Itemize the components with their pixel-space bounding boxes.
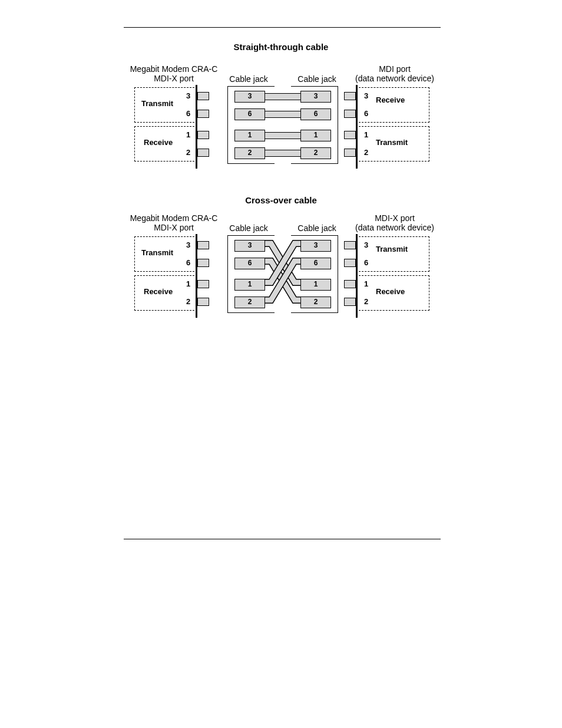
- d1-jl-3: 3: [234, 91, 265, 103]
- d2-crossover-wires: [265, 235, 300, 313]
- d1-right-stub-3: [344, 92, 356, 100]
- d1-left-pin-2: 2: [186, 148, 190, 157]
- d1-left-pin-1: 1: [186, 130, 190, 139]
- d1-jack-right-label: Cable jack: [293, 74, 340, 84]
- d1-jl-6: 6: [234, 108, 265, 120]
- d1-right-stub-1: [344, 131, 356, 139]
- d1-jr-1: 1: [300, 130, 331, 141]
- d2-jr-2: 2: [300, 297, 331, 308]
- d1-left-pin-3: 3: [186, 91, 190, 100]
- d2-left-pin-1: 1: [186, 279, 190, 288]
- d1-jl-1: 1: [234, 130, 265, 141]
- d1-right-port-label-1: MDI port: [379, 64, 411, 74]
- d1-jack-left-label: Cable jack: [225, 74, 272, 84]
- d1-jl-2: 2: [234, 147, 265, 159]
- diagram2-title: Cross-over cable: [0, 195, 562, 205]
- d1-left-pin-6: 6: [186, 109, 190, 118]
- d2-left-stub-6: [197, 259, 209, 267]
- diagram1-title: Straight-through cable: [0, 42, 562, 52]
- d2-right-tx-box: [359, 236, 429, 272]
- d2-jl-1: 1: [234, 279, 265, 291]
- footer-rule: [124, 539, 441, 539]
- d1-left-port-label-2: MDI-X port: [154, 74, 194, 83]
- d1-right-tx: Transmit: [376, 138, 408, 147]
- d2-left-stub-1: [197, 280, 209, 288]
- d1-jr-2: 2: [300, 147, 331, 159]
- d2-right-vert: [356, 234, 358, 318]
- d1-left-stub-6: [197, 110, 209, 118]
- d1-left-stub-2: [197, 149, 209, 157]
- d1-right-stub-6: [344, 110, 356, 118]
- d2-left-pin-6: 6: [186, 258, 190, 267]
- d2-left-pin-2: 2: [186, 297, 190, 306]
- d2-right-pin-2: 2: [364, 297, 368, 306]
- d2-left-tx: Transmit: [141, 248, 173, 257]
- d2-right-stub-6: [344, 259, 356, 267]
- d2-right-stub-3: [344, 241, 356, 249]
- d2-jl-6: 6: [234, 258, 265, 269]
- d1-right-rx: Receive: [376, 95, 405, 104]
- d2-right-tx: Transmit: [376, 245, 408, 253]
- d2-jr-3: 3: [300, 240, 331, 252]
- d2-right-rx: Receive: [376, 287, 405, 296]
- d1-right-port-label-2: (data network device): [355, 74, 434, 83]
- d1-wire-1: [265, 132, 300, 139]
- d1-right-vert: [356, 85, 358, 169]
- d1-jr-3: 3: [300, 91, 331, 103]
- d2-left-stub-2: [197, 298, 209, 306]
- d1-wire-2: [265, 150, 300, 157]
- d1-wire-3: [265, 93, 300, 100]
- d1-right-pin-6: 6: [364, 109, 368, 118]
- d1-right-port-label: MDI port (data network device): [348, 64, 442, 83]
- d2-jl-3: 3: [234, 240, 265, 252]
- d1-right-rx-box: [359, 87, 429, 123]
- d1-right-stub-2: [344, 149, 356, 157]
- d1-left-rx: Receive: [144, 138, 173, 147]
- d2-left-rx: Receive: [144, 287, 173, 296]
- d2-jr-1: 1: [300, 279, 331, 291]
- header-rule: [124, 27, 441, 28]
- d1-right-pin-1: 1: [364, 130, 368, 139]
- d2-jl-2: 2: [234, 297, 265, 308]
- d1-left-stub-3: [197, 92, 209, 100]
- d2-left-pin-3: 3: [186, 241, 190, 249]
- d1-left-port-label-1: Megabit Modem CRA-C: [130, 64, 218, 74]
- d1-right-pin-2: 2: [364, 148, 368, 157]
- d2-left-stub-3: [197, 241, 209, 249]
- d2-right-stub-1: [344, 280, 356, 288]
- d2-left-port-label-1: Megabit Modem CRA-C: [130, 213, 218, 223]
- d2-right-pin-1: 1: [364, 279, 368, 288]
- d1-left-stub-1: [197, 131, 209, 139]
- d2-jack-left-label: Cable jack: [225, 223, 272, 233]
- d1-left-port-label: Megabit Modem CRA-C MDI-X port: [127, 64, 221, 83]
- d2-left-port-label: Megabit Modem CRA-C MDI-X port: [127, 213, 221, 232]
- d1-right-pin-3: 3: [364, 91, 368, 100]
- d1-jr-6: 6: [300, 108, 331, 120]
- d1-wire-6: [265, 111, 300, 118]
- d2-right-port-label-2: (data network device): [355, 223, 434, 232]
- d2-left-port-label-2: MDI-X port: [154, 223, 194, 232]
- d2-right-port-label-1: MDI-X port: [375, 213, 415, 223]
- d2-right-stub-2: [344, 298, 356, 306]
- d2-right-pin-6: 6: [364, 258, 368, 267]
- d2-right-pin-3: 3: [364, 241, 368, 249]
- d1-left-tx: Transmit: [141, 99, 173, 108]
- d2-right-port-label: MDI-X port (data network device): [348, 213, 442, 232]
- d2-jr-6: 6: [300, 258, 331, 269]
- d2-jack-right-label: Cable jack: [293, 223, 340, 233]
